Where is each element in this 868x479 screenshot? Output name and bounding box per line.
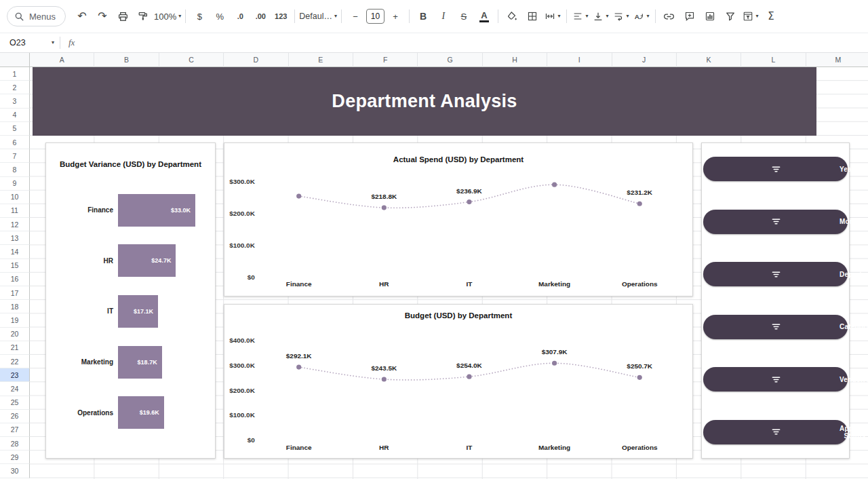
row-header-26[interactable]: 26 <box>0 410 30 423</box>
fill-color-button[interactable] <box>502 7 521 26</box>
font-size-value: 10 <box>371 12 380 21</box>
bold-button[interactable]: B <box>414 7 433 26</box>
print-button[interactable] <box>113 7 132 26</box>
row-header-28[interactable]: 28 <box>0 437 30 451</box>
row-header-1[interactable]: 1 <box>0 67 30 81</box>
merge-cells-button[interactable]: ▾ <box>543 7 562 26</box>
decrease-font-size-button[interactable]: − <box>346 7 365 26</box>
data-point-label: $243.5K <box>371 364 397 372</box>
insert-comment-button[interactable] <box>680 7 699 26</box>
more-formats-button[interactable]: 123 <box>271 7 290 26</box>
column-header-J[interactable]: J <box>612 53 677 67</box>
row-header-2[interactable]: 2 <box>0 81 30 94</box>
row-header-16[interactable]: 16 <box>0 273 30 286</box>
row-header-4[interactable]: 4 <box>0 109 30 122</box>
column-header-A[interactable]: A <box>30 53 94 67</box>
font-size-input[interactable]: 10 <box>366 9 384 24</box>
text-color-button[interactable]: A <box>475 7 494 26</box>
row-header-14[interactable]: 14 <box>0 245 30 258</box>
slicer-category[interactable]: CategoryAll▾ <box>703 315 848 339</box>
row-header-11[interactable]: 11 <box>0 204 30 218</box>
italic-button[interactable]: I <box>434 7 453 26</box>
row-header-27[interactable]: 27 <box>0 423 30 437</box>
column-header-B[interactable]: B <box>94 53 159 67</box>
horizontal-align-button[interactable]: ▾ <box>571 7 590 26</box>
functions-button[interactable]: Σ <box>762 7 781 26</box>
chart-budget-variance[interactable]: Budget Variance (USD) by Department Fina… <box>45 142 216 459</box>
insert-chart-button[interactable] <box>701 7 719 26</box>
bar-category-label: Operations <box>46 409 118 417</box>
column-header-L[interactable]: L <box>741 53 806 67</box>
format-percent-button[interactable]: % <box>210 7 229 26</box>
row-header-13[interactable]: 13 <box>0 231 30 245</box>
row-header-15[interactable]: 15 <box>0 259 30 273</box>
slicer-vendor[interactable]: VendorAll▾ <box>703 367 848 391</box>
row-header-22[interactable]: 22 <box>0 355 30 368</box>
cell-reference-box[interactable]: O23 ▾ <box>0 33 60 52</box>
borders-button[interactable] <box>523 7 542 26</box>
select-all-corner[interactable] <box>0 53 30 67</box>
increase-font-size-button[interactable]: + <box>386 7 405 26</box>
strikethrough-button[interactable]: S <box>454 7 473 26</box>
paint-format-button[interactable] <box>134 7 153 26</box>
slicer-month[interactable]: MonthAll▾ <box>703 210 848 234</box>
row-header-20[interactable]: 20 <box>0 328 30 341</box>
row-header-9[interactable]: 9 <box>0 177 30 191</box>
row-header-21[interactable]: 21 <box>0 341 30 355</box>
formula-input[interactable] <box>81 33 868 52</box>
text-wrap-button[interactable]: ▾ <box>612 7 631 26</box>
column-header-M[interactable]: M <box>806 53 868 67</box>
bar-row-operations: Operations$19.6K <box>46 396 215 429</box>
row-header-17[interactable]: 17 <box>0 286 30 300</box>
row-header-5[interactable]: 5 <box>0 122 30 136</box>
row-header-19[interactable]: 19 <box>0 313 30 327</box>
data-point-label: $307.9K <box>542 348 568 356</box>
format-currency-button[interactable]: $ <box>190 7 209 26</box>
chart-actual-spend[interactable]: Actual Spend (USD) by Department $0$100.… <box>224 142 693 296</box>
row-header-3[interactable]: 3 <box>0 94 30 108</box>
column-header-I[interactable]: I <box>547 53 612 67</box>
vertical-align-button[interactable]: ▾ <box>591 7 610 26</box>
row-header-25[interactable]: 25 <box>0 396 30 410</box>
row-header-24[interactable]: 24 <box>0 382 30 396</box>
font-select[interactable]: Defaul… ▾ <box>299 7 337 26</box>
chevron-down-icon: ▾ <box>178 14 181 19</box>
column-header-E[interactable]: E <box>289 53 353 67</box>
column-header-D[interactable]: D <box>224 53 288 67</box>
slicer-department[interactable]: DepartmentAll▾ <box>703 262 848 286</box>
row-header-8[interactable]: 8 <box>0 163 30 176</box>
chart-budget[interactable]: Budget (USD) by Department $0$100.0K$200… <box>224 304 693 459</box>
y-axis-tick: $400.0K <box>229 337 255 344</box>
menus-button[interactable]: Menus <box>7 6 66 26</box>
data-point-label: $236.9K <box>456 187 482 195</box>
column-header-C[interactable]: C <box>159 53 224 67</box>
row-header-18[interactable]: 18 <box>0 300 30 313</box>
row-header-10[interactable]: 10 <box>0 191 30 204</box>
decrease-decimals-button[interactable]: .0 <box>231 7 250 26</box>
filter-views-button[interactable]: ▾ <box>741 7 760 26</box>
column-header-G[interactable]: G <box>418 53 482 67</box>
create-filter-button[interactable] <box>721 7 740 26</box>
undo-button[interactable]: ↶ <box>73 7 92 26</box>
row-header-23[interactable]: 23 <box>0 368 30 382</box>
slicer-approval-status[interactable]: Approval StatusAll▾ <box>703 420 848 444</box>
slicer-year[interactable]: YearAll▾ <box>703 157 848 181</box>
row-header-29[interactable]: 29 <box>0 451 30 464</box>
row-header-30[interactable]: 30 <box>0 464 30 478</box>
search-icon <box>14 12 24 22</box>
grid-canvas[interactable]: Department Analysis Budget Variance (USD… <box>30 67 868 479</box>
text-color-icon: A <box>479 11 489 22</box>
insert-link-button[interactable] <box>660 7 679 26</box>
bar-value-label: $19.6K <box>140 409 164 416</box>
text-rotation-button[interactable]: A ▾ <box>632 7 651 26</box>
column-header-F[interactable]: F <box>353 53 418 67</box>
redo-button[interactable]: ↷ <box>93 7 112 26</box>
row-header-12[interactable]: 12 <box>0 218 30 231</box>
column-header-K[interactable]: K <box>677 53 741 67</box>
chevron-down-icon: ▾ <box>52 40 54 45</box>
row-header-7[interactable]: 7 <box>0 149 30 163</box>
row-header-6[interactable]: 6 <box>0 136 30 149</box>
column-header-H[interactable]: H <box>483 53 547 67</box>
increase-decimals-button[interactable]: .00 <box>251 7 270 26</box>
zoom-select[interactable]: 100% ▾ <box>154 7 181 26</box>
